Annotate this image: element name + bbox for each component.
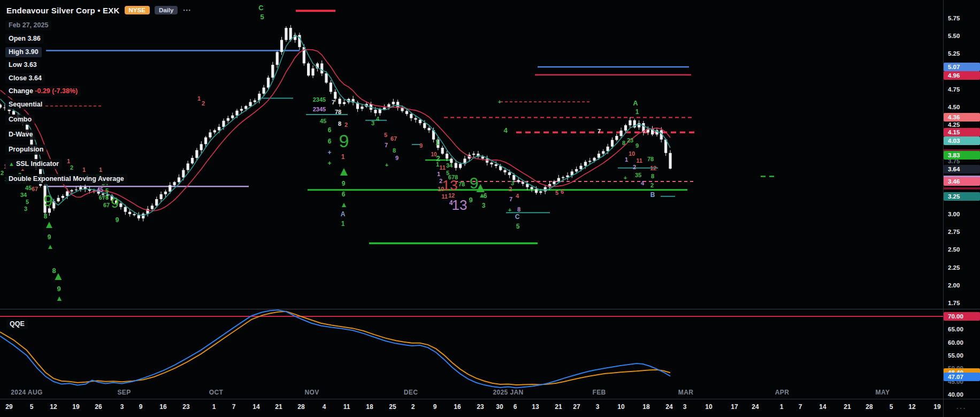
svg-text:9: 9	[57, 285, 60, 293]
indicator-label-d-wave[interactable]: D-Wave	[5, 129, 36, 140]
time-day-label: 19	[933, 403, 940, 411]
svg-text:5: 5	[555, 189, 558, 196]
svg-text:11: 11	[439, 164, 446, 171]
svg-text:7: 7	[509, 196, 512, 202]
svg-text:5: 5	[26, 199, 29, 205]
svg-text:+: +	[624, 175, 627, 181]
exchange-badge[interactable]: NYSE	[125, 6, 150, 14]
symbol-title[interactable]: Endeavour Silver Corp • EXK	[6, 6, 120, 15]
svg-text:9: 9	[419, 142, 423, 149]
svg-text:B: B	[650, 191, 655, 199]
svg-text:10: 10	[431, 151, 437, 157]
more-options-icon[interactable]: ⋯	[182, 5, 191, 15]
svg-text:6: 6	[561, 188, 564, 195]
svg-text:1: 1	[437, 171, 440, 177]
svg-text:2: 2	[1, 170, 4, 176]
svg-text:34: 34	[20, 192, 27, 198]
time-day-label: 29	[5, 403, 12, 411]
qqe-orange-line	[0, 312, 670, 385]
indicator-label-ssl-indicator[interactable]: ▲SSL Indicator	[5, 158, 62, 169]
svg-text:11: 11	[636, 157, 642, 164]
time-day-label: 3	[596, 403, 600, 411]
svg-text:10: 10	[629, 150, 635, 157]
time-month-label: MAY	[876, 389, 890, 396]
svg-text:1: 1	[341, 220, 345, 228]
svg-text:2: 2	[650, 182, 654, 188]
svg-text:8: 8	[622, 140, 625, 146]
price-badge: 5.07	[944, 63, 980, 71]
svg-text:8: 8	[393, 147, 396, 154]
time-day-label: 13	[532, 403, 539, 411]
time-day-label: 7	[232, 403, 236, 411]
price-badge: 3.25	[944, 192, 980, 201]
qqe-label[interactable]: QQE	[6, 319, 28, 329]
time-month-label: SEP	[117, 389, 131, 396]
price-tick: 4.25	[948, 122, 960, 128]
svg-text:4: 4	[376, 116, 380, 122]
qqe-blue-line	[0, 310, 670, 388]
indicator-label-combo[interactable]: Combo	[5, 114, 35, 125]
time-day-label: 9	[139, 403, 143, 411]
svg-text:5: 5	[516, 223, 520, 230]
svg-text:▲: ▲	[47, 242, 54, 251]
svg-text:13: 13	[442, 177, 458, 193]
svg-text:9: 9	[636, 142, 639, 149]
time-day-label: 14	[252, 403, 259, 411]
svg-text:7: 7	[598, 128, 601, 134]
main-chart-canvas[interactable]: 1231234567345398▲9▲8▲9▲12123123344556786…	[0, 0, 980, 417]
time-day-label: 21	[844, 403, 851, 411]
price-tick: 4.50	[948, 104, 960, 110]
svg-text:9: 9	[48, 233, 51, 241]
qqe-badge: 70.00	[944, 312, 980, 321]
time-month-label: OCT	[209, 389, 224, 396]
svg-text:1: 1	[99, 166, 102, 173]
time-day-label: 10	[617, 403, 624, 411]
svg-text:1: 1	[435, 138, 440, 147]
time-month-label: 2025 JAN	[493, 389, 523, 396]
legend-row-close: Close 3.64	[5, 73, 45, 84]
price-tick: 2.25	[948, 264, 960, 271]
indicator-label-propulsion[interactable]: Propulsion	[5, 144, 47, 155]
indicator-label-double-exponential-moving-average[interactable]: Double Exponential Moving Average	[5, 173, 127, 184]
price-tick: 5.50	[948, 33, 960, 39]
price-tick: 2.75	[948, 229, 960, 235]
price-badge: 4.36	[944, 113, 980, 122]
svg-text:1: 1	[436, 161, 439, 168]
price-badge: 3.64	[944, 165, 980, 173]
symbol-header: Endeavour Silver Corp • EXK NYSE Daily ⋯	[6, 5, 191, 15]
qqe-tick: 40.00	[948, 391, 963, 398]
pane-divider[interactable]	[0, 309, 980, 309]
svg-text:4: 4	[503, 126, 508, 134]
time-day-label: 1	[780, 403, 784, 411]
svg-text:8: 8	[651, 173, 654, 179]
svg-text:2: 2	[509, 186, 512, 192]
svg-text:78: 78	[647, 156, 654, 162]
time-day-label: 16	[454, 403, 461, 411]
time-day-label: 2	[411, 403, 415, 411]
svg-text:4: 4	[516, 193, 519, 199]
trading-chart-screen: 1231234567345398▲9▲8▲9▲12123123344556786…	[0, 0, 980, 417]
time-day-label: 3	[120, 403, 124, 411]
time-day-label: 17	[731, 403, 738, 411]
time-day-label: 24	[752, 403, 759, 411]
svg-text:9: 9	[44, 192, 53, 209]
svg-text:5: 5	[384, 132, 387, 138]
qqe-pane-header: QQE	[6, 319, 28, 329]
svg-text:35: 35	[635, 172, 641, 178]
svg-text:2345: 2345	[313, 106, 326, 112]
indicator-label-sequential[interactable]: Sequential	[5, 99, 45, 110]
qqe-indicator	[0, 310, 943, 388]
svg-text:▲: ▲	[340, 200, 348, 209]
svg-text:C: C	[258, 4, 264, 12]
time-day-label: 11	[343, 403, 350, 411]
time-day-label: 18	[366, 403, 373, 411]
axis-corner-more-icon[interactable]: ···	[956, 404, 967, 412]
svg-text:+: +	[385, 162, 388, 168]
interval-badge[interactable]: Daily	[155, 6, 178, 14]
time-day-label: 23	[182, 403, 189, 411]
time-day-label: 21	[555, 403, 562, 411]
svg-text:67: 67	[32, 186, 38, 192]
time-day-label: 9	[433, 403, 437, 411]
time-day-label: 12	[50, 403, 57, 411]
svg-text:13: 13	[452, 197, 468, 213]
